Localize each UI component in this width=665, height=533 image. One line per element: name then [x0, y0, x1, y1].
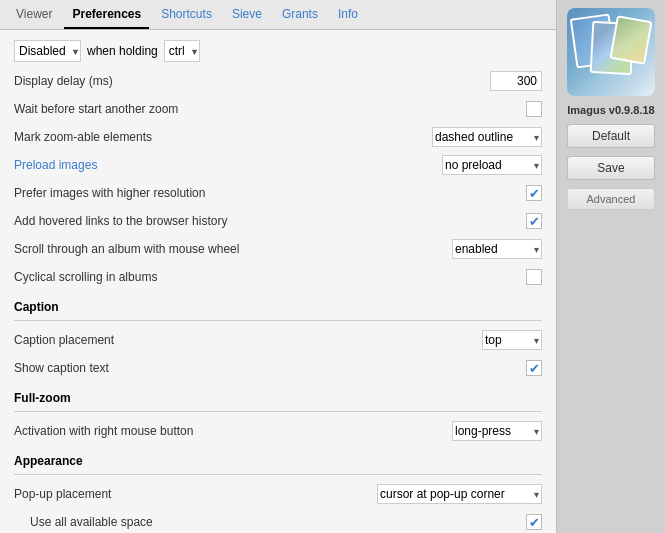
when-holding-label: when holding [87, 44, 158, 58]
show-caption-checkbox-wrapper: ✔ [526, 360, 542, 376]
trigger-row: Disabled ▾ when holding ctrl ▾ [14, 40, 542, 62]
tab-bar: Viewer Preferences Shortcuts Sieve Grant… [0, 0, 556, 30]
tab-sieve[interactable]: Sieve [224, 0, 270, 29]
preload-select-wrapper: no preload [442, 155, 542, 175]
preload-label: Preload images [14, 158, 442, 172]
fullzoom-section-title: Full-zoom [14, 391, 542, 405]
scroll-album-row: Scroll through an album with mouse wheel… [14, 236, 542, 262]
content-area: Disabled ▾ when holding ctrl ▾ Display d… [0, 30, 556, 533]
advanced-button[interactable]: Advanced [567, 188, 655, 210]
app-icon [567, 8, 655, 96]
show-caption-row: Show caption text ✔ [14, 355, 542, 381]
ctrl-select-wrapper: ctrl ▾ [164, 40, 200, 62]
caption-divider [14, 320, 542, 321]
popup-placement-select-wrapper: cursor at pop-up corner [377, 484, 542, 504]
popup-placement-label: Pop-up placement [14, 487, 377, 501]
cyclical-scrolling-row: Cyclical scrolling in albums [14, 264, 542, 290]
popup-placement-row: Pop-up placement cursor at pop-up corner [14, 481, 542, 507]
prefer-images-checkbox[interactable]: ✔ [526, 185, 542, 201]
activation-right-mouse-select[interactable]: long-press [452, 421, 542, 441]
disabled-select-wrapper: Disabled ▾ [14, 40, 81, 62]
popup-placement-select-wrap: cursor at pop-up corner [377, 484, 542, 504]
appearance-divider [14, 474, 542, 475]
activation-right-mouse-label: Activation with right mouse button [14, 424, 452, 438]
use-all-space-row: Use all available space ✔ [14, 509, 542, 533]
app-icon-inner [567, 8, 655, 96]
use-all-space-checkbox-wrapper: ✔ [526, 514, 542, 530]
cyclical-scrolling-label: Cyclical scrolling in albums [14, 270, 526, 284]
wait-before-checkbox[interactable] [526, 101, 542, 117]
mark-zoom-select[interactable]: dashed outline [432, 127, 542, 147]
prefer-images-label: Prefer images with higher resolution [14, 186, 526, 200]
hovered-links-label: Add hovered links to the browser history [14, 214, 526, 228]
caption-placement-select-wrap: top [482, 330, 542, 350]
display-delay-row: Display delay (ms) [14, 68, 542, 94]
ctrl-select[interactable]: ctrl [164, 40, 200, 62]
caption-section-title: Caption [14, 300, 542, 314]
fullzoom-divider [14, 411, 542, 412]
prefer-images-row: Prefer images with higher resolution ✔ [14, 180, 542, 206]
mark-zoom-label: Mark zoom-able elements [14, 130, 432, 144]
wait-before-row: Wait before start another zoom [14, 96, 542, 122]
scroll-album-select[interactable]: enabled [452, 239, 542, 259]
mark-zoom-row: Mark zoom-able elements dashed outline [14, 124, 542, 150]
mark-zoom-select-wrap: dashed outline [432, 127, 542, 147]
hovered-links-checkbox[interactable]: ✔ [526, 213, 542, 229]
preload-row: Preload images no preload [14, 152, 542, 178]
main-panel: Viewer Preferences Shortcuts Sieve Grant… [0, 0, 557, 533]
scroll-album-select-wrapper: enabled [452, 239, 542, 259]
mark-zoom-select-wrapper: dashed outline [432, 127, 542, 147]
disabled-select[interactable]: Disabled [14, 40, 81, 62]
tab-shortcuts[interactable]: Shortcuts [153, 0, 220, 29]
activation-right-mouse-select-wrap: long-press [452, 421, 542, 441]
cyclical-scrolling-checkbox-wrapper [526, 269, 542, 285]
cyclical-scrolling-checkbox[interactable] [526, 269, 542, 285]
default-button[interactable]: Default [567, 124, 655, 148]
appearance-section-title: Appearance [14, 454, 542, 468]
prefer-images-checkbox-wrapper: ✔ [526, 185, 542, 201]
preload-select-wrap: no preload [442, 155, 542, 175]
caption-placement-label: Caption placement [14, 333, 482, 347]
scroll-album-label: Scroll through an album with mouse wheel [14, 242, 452, 256]
hovered-links-checkbox-wrapper: ✔ [526, 213, 542, 229]
display-delay-input[interactable] [490, 71, 542, 91]
save-button[interactable]: Save [567, 156, 655, 180]
caption-placement-row: Caption placement top [14, 327, 542, 353]
activation-right-mouse-select-wrapper: long-press [452, 421, 542, 441]
preload-select[interactable]: no preload [442, 155, 542, 175]
right-panel: Imagus v0.9.8.18 Default Save Advanced [557, 0, 665, 533]
app-name: Imagus v0.9.8.18 [567, 104, 654, 116]
display-delay-value [490, 71, 542, 91]
popup-placement-select[interactable]: cursor at pop-up corner [377, 484, 542, 504]
show-caption-checkbox[interactable]: ✔ [526, 360, 542, 376]
show-caption-label: Show caption text [14, 361, 526, 375]
use-all-space-checkbox[interactable]: ✔ [526, 514, 542, 530]
caption-placement-select[interactable]: top [482, 330, 542, 350]
tab-info[interactable]: Info [330, 0, 366, 29]
caption-placement-select-wrapper: top [482, 330, 542, 350]
tab-grants[interactable]: Grants [274, 0, 326, 29]
display-delay-label: Display delay (ms) [14, 74, 490, 88]
use-all-space-label: Use all available space [14, 515, 526, 529]
tab-viewer[interactable]: Viewer [8, 0, 60, 29]
scroll-album-select-wrap: enabled [452, 239, 542, 259]
wait-before-checkbox-wrapper [526, 101, 542, 117]
activation-right-mouse-row: Activation with right mouse button long-… [14, 418, 542, 444]
wait-before-label: Wait before start another zoom [14, 102, 526, 116]
hovered-links-row: Add hovered links to the browser history… [14, 208, 542, 234]
photo-card-3 [609, 15, 652, 65]
tab-preferences[interactable]: Preferences [64, 0, 149, 29]
